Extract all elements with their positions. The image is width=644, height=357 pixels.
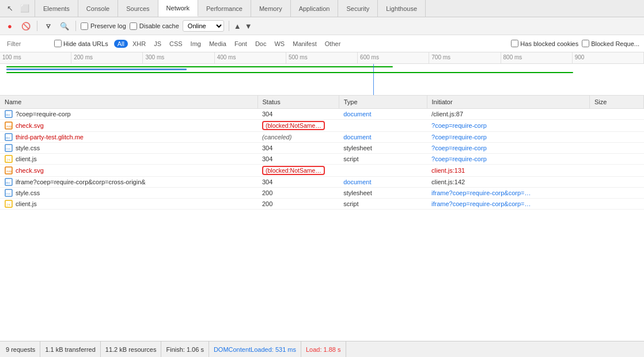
- preserve-log-label[interactable]: Preserve log: [81, 22, 126, 30]
- filter-type-manifest[interactable]: Manifest: [289, 40, 320, 48]
- tab-lighthouse[interactable]: Lighthouse: [378, 0, 426, 17]
- filter-type-doc[interactable]: Doc: [252, 40, 270, 48]
- cell-status: 304: [257, 176, 339, 187]
- col-header-status[interactable]: Status: [257, 96, 339, 108]
- blocked-requests-checkbox[interactable]: [582, 40, 589, 47]
- tab-elements[interactable]: Elements: [35, 0, 78, 17]
- cell-name: jsclient.js: [0, 198, 257, 209]
- cell-size: [589, 119, 643, 131]
- status-finish: Finish: 1.06 s: [161, 341, 209, 357]
- table-row[interactable]: docthird-party-test.glitch.me(canceled)d…: [0, 131, 644, 142]
- cell-type: [339, 164, 427, 176]
- table-row[interactable]: jsclient.js304script?coep=require-corp: [0, 153, 644, 164]
- disable-cache-checkbox[interactable]: [130, 22, 137, 30]
- download-button[interactable]: ▼: [245, 22, 252, 31]
- ruler-tick: 600 ms: [358, 52, 429, 63]
- name-link: style.css: [16, 145, 40, 151]
- initiator-link[interactable]: ?coep=require-corp: [431, 134, 487, 140]
- cell-size: [589, 176, 643, 187]
- cell-size: [589, 187, 643, 198]
- initiator-link[interactable]: client.js:131: [431, 167, 465, 174]
- tab-console[interactable]: Console: [78, 0, 118, 17]
- cell-name: doc?coep=require-corp: [0, 108, 257, 119]
- svg-text:css: css: [6, 147, 10, 150]
- table-row[interactable]: jsclient.js200scriptiframe?coep=require-…: [0, 198, 644, 209]
- cell-name: svgcheck.svg: [0, 164, 257, 176]
- svg-text:doc: doc: [6, 136, 10, 139]
- hide-data-urls-text: Hide data URLs: [63, 40, 108, 47]
- col-header-size[interactable]: Size: [589, 96, 643, 108]
- tab-memory[interactable]: Memory: [251, 0, 291, 17]
- cell-name: dociframe?coep=require-corp&corp=cross-o…: [0, 176, 257, 187]
- search-button[interactable]: 🔍: [58, 20, 71, 32]
- filter-type-font[interactable]: Font: [231, 40, 251, 48]
- blocked-requests-text: Blocked Reque...: [591, 40, 639, 47]
- filter-type-ws[interactable]: WS: [271, 40, 288, 48]
- blocked-requests-label[interactable]: Blocked Reque...: [582, 40, 639, 47]
- table-row[interactable]: svgcheck.svg(blocked:NotSame…client.js:1…: [0, 164, 644, 176]
- initiator-link[interactable]: ?coep=require-corp: [431, 155, 487, 162]
- initiator-link[interactable]: ?coep=require-corp: [431, 122, 487, 129]
- status-bar: 9 requests 1.1 kB transferred 11.2 kB re…: [0, 341, 644, 357]
- initiator-link[interactable]: iframe?coep=require-corp&corp=…: [431, 200, 531, 207]
- table-row[interactable]: dociframe?coep=require-corp&corp=cross-o…: [0, 176, 644, 187]
- col-header-type[interactable]: Type: [339, 96, 427, 108]
- col-header-initiator[interactable]: Initiator: [427, 96, 589, 108]
- filter-type-js[interactable]: JS: [150, 40, 165, 48]
- hide-data-urls-label[interactable]: Hide data URLs: [54, 40, 108, 47]
- status-load: Load: 1.88 s: [301, 341, 346, 357]
- hide-data-urls-checkbox[interactable]: [54, 40, 62, 47]
- table-row[interactable]: svgcheck.svg(blocked:NotSame…?coep=requi…: [0, 119, 644, 131]
- filter-input[interactable]: [5, 39, 51, 48]
- name-link[interactable]: check.svg: [16, 167, 44, 174]
- blocked-cookies-checkbox[interactable]: [511, 40, 518, 47]
- timeline-bars: [0, 64, 644, 96]
- table-row[interactable]: cssstyle.css200stylesheetiframe?coep=req…: [0, 187, 644, 198]
- css-file-icon: css: [5, 144, 13, 152]
- cell-initiator: client.js:131: [427, 164, 589, 176]
- js-file-icon: js: [5, 200, 13, 208]
- preserve-log-checkbox[interactable]: [81, 22, 88, 30]
- col-header-name[interactable]: Name: [0, 96, 257, 108]
- tab-performance[interactable]: Performance: [198, 0, 251, 17]
- tab-network[interactable]: Network: [158, 0, 198, 17]
- cell-name: cssstyle.css: [0, 142, 257, 153]
- cell-initiator: ?coep=require-corp: [427, 131, 589, 142]
- record-button[interactable]: ●: [3, 20, 16, 32]
- cell-status: (canceled): [257, 131, 339, 142]
- name-link: client.js: [16, 200, 37, 207]
- name-link[interactable]: check.svg: [16, 122, 44, 129]
- timeline-container: 100 ms200 ms300 ms400 ms500 ms600 ms700 …: [0, 52, 644, 96]
- cell-status: 304: [257, 142, 339, 153]
- blocked-cookies-label[interactable]: Has blocked cookies: [511, 40, 578, 47]
- tab-security[interactable]: Security: [338, 0, 378, 17]
- filter-type-all[interactable]: All: [114, 40, 128, 48]
- inspect-element-button[interactable]: ↖: [3, 2, 16, 15]
- clear-button[interactable]: 🚫: [20, 20, 32, 32]
- filter-type-other[interactable]: Other: [321, 40, 344, 48]
- name-link[interactable]: third-party-test.glitch.me: [16, 134, 84, 140]
- initiator-link[interactable]: ?coep=require-corp: [431, 145, 487, 151]
- filter-button[interactable]: ⛛: [42, 20, 55, 32]
- disable-cache-label[interactable]: Disable cache: [130, 22, 179, 30]
- filter-type-css[interactable]: CSS: [166, 40, 186, 48]
- throttle-select[interactable]: Online Fast 3G Slow 3G Offline: [183, 20, 224, 32]
- initiator-link[interactable]: iframe?coep=require-corp&corp=…: [431, 189, 531, 196]
- device-toolbar-button[interactable]: ⬜: [18, 2, 31, 15]
- filter-type-xhr[interactable]: XHR: [129, 40, 149, 48]
- filter-type-media[interactable]: Media: [206, 40, 230, 48]
- cell-type: document: [339, 131, 427, 142]
- table-row[interactable]: doc?coep=require-corp304document/client.…: [0, 108, 644, 119]
- table-row[interactable]: cssstyle.css304stylesheet?coep=require-c…: [0, 142, 644, 153]
- cell-initiator: /client.js:87: [427, 108, 589, 119]
- upload-button[interactable]: ▲: [234, 22, 241, 31]
- ruler-tick: 400 ms: [215, 52, 286, 63]
- tab-sources[interactable]: Sources: [118, 0, 158, 17]
- filter-types: AllXHRJSCSSImgMediaFontDocWSManifestOthe…: [114, 40, 344, 48]
- ruler-tick: 700 ms: [429, 52, 501, 63]
- filter-type-img[interactable]: Img: [187, 40, 204, 48]
- cell-initiator: client.js:142: [427, 176, 589, 187]
- cell-status: 304: [257, 108, 339, 119]
- status-domcontent: DOMContentLoaded: 531 ms: [209, 341, 301, 357]
- tab-application[interactable]: Application: [291, 0, 339, 17]
